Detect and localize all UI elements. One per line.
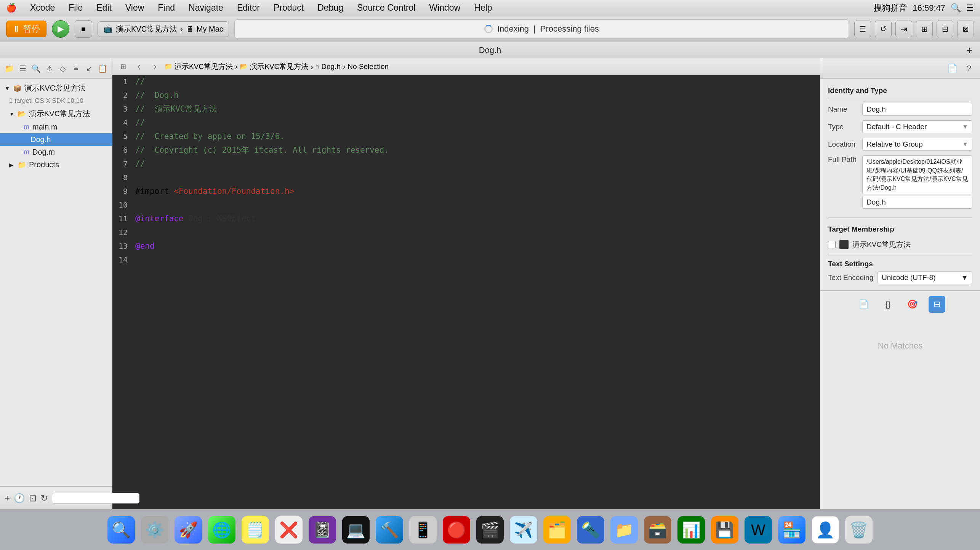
dock-item-system-prefs[interactable]: ⚙️ <box>139 516 170 544</box>
location-dropdown-arrow[interactable]: ▼ <box>962 141 968 148</box>
line-code[interactable]: // Copyright (c) 2015年 itcast. All right… <box>135 144 389 157</box>
dock-item-trash[interactable]: 🗑️ <box>844 516 874 544</box>
sidebar-thread-icon[interactable]: ≡ <box>70 61 82 76</box>
sidebar-folder-icon[interactable]: 📁 <box>4 61 15 76</box>
dock-item-word[interactable]: W <box>743 516 773 544</box>
right-panel-help-icon[interactable]: ? <box>962 61 976 76</box>
location-value[interactable]: Relative to Group ▼ <box>862 138 972 151</box>
dock-item-unfolder[interactable]: 🗂️ <box>542 516 572 544</box>
search-icon[interactable]: 🔍 <box>951 3 961 13</box>
bc-file[interactable]: Dog.h <box>321 62 341 71</box>
dock-item-safari[interactable]: 🌐 <box>207 516 237 544</box>
history-button[interactable]: 🕐 <box>14 493 25 504</box>
type-label: Type <box>828 123 862 131</box>
sidebar-warning-icon[interactable]: ⚠ <box>44 61 55 76</box>
dock-item-terminal[interactable]: 💻 <box>341 516 371 544</box>
tree-item-dog-h[interactable]: ▶ h Dog.h <box>0 133 112 146</box>
menu-editor[interactable]: Editor <box>234 1 263 14</box>
panel-icon-grid[interactable]: ⊟ <box>929 296 945 313</box>
name-value[interactable]: Dog.h <box>862 103 972 116</box>
menu-help[interactable]: Help <box>471 1 495 14</box>
line-code[interactable]: // Created by apple on 15/3/6. <box>135 130 285 144</box>
dock-item-filezilla[interactable]: ✈️ <box>508 516 539 544</box>
target-checkbox[interactable] <box>828 241 836 248</box>
sidebar-breakpoint-icon[interactable]: ↙ <box>84 61 95 76</box>
tree-item-project[interactable]: ▼ 📦 演示KVC常见方法 <box>0 81 112 95</box>
dock-item-powerpoint[interactable]: 🔴 <box>441 516 472 544</box>
dock-item-dvdplayer[interactable]: 🎬 <box>475 516 505 544</box>
add-tab-button[interactable]: + <box>966 44 972 56</box>
dock-item-sqlitemanager[interactable]: 💾 <box>709 516 740 544</box>
tree-item-products[interactable]: ▶ 📁 Products <box>0 158 112 171</box>
text-encoding-value[interactable]: Unicode (UTF-8) ▼ <box>878 271 972 284</box>
menu-file[interactable]: File <box>66 1 86 14</box>
view-mode-button-5[interactable]: ⊟ <box>937 21 953 37</box>
type-dropdown-arrow[interactable]: ▼ <box>962 123 968 130</box>
line-code[interactable]: @interface Dog : NSObject <box>135 212 256 226</box>
dock-item-contacts[interactable]: 👤 <box>810 516 841 544</box>
filter-button[interactable]: ⊡ <box>29 493 37 504</box>
menu-product[interactable]: Product <box>271 1 307 14</box>
editor-split-icon[interactable]: ⊞ <box>116 60 130 74</box>
menu-navigate[interactable]: Navigate <box>186 1 226 14</box>
dock-item-onenote[interactable]: 📓 <box>307 516 338 544</box>
dock-item-stickies[interactable]: 🗒️ <box>240 516 271 544</box>
view-mode-button-3[interactable]: ⇥ <box>895 21 912 37</box>
tree-item-dog-m[interactable]: ▶ m Dog.m <box>0 146 112 158</box>
panel-icon-target[interactable]: 🎯 <box>904 296 921 313</box>
panel-icon-code[interactable]: {} <box>880 296 897 313</box>
line-code[interactable]: // <box>135 116 145 130</box>
dock-item-reveal[interactable]: 🔦 <box>575 516 606 544</box>
bc-selection[interactable]: No Selection <box>347 62 389 71</box>
run-button[interactable]: ▶ <box>52 20 69 38</box>
menu-debug[interactable]: Debug <box>314 1 346 14</box>
sidebar-git-icon[interactable]: ◇ <box>57 61 68 76</box>
menu-find[interactable]: Find <box>155 1 178 14</box>
line-code[interactable]: #import <Foundation/Foundation.h> <box>135 185 294 198</box>
dock-item-files[interactable]: 📁 <box>609 516 639 544</box>
view-mode-button-6[interactable]: ⊠ <box>957 21 974 37</box>
sidebar-report-icon[interactable]: 📋 <box>97 61 108 76</box>
menu-source-control[interactable]: Source Control <box>354 1 418 14</box>
nav-forward-button[interactable]: › <box>148 60 162 74</box>
sidebar-symbol-icon[interactable]: ☰ <box>17 61 28 76</box>
pause-button[interactable]: ⏸ 暂停 <box>6 21 46 37</box>
add-file-button[interactable]: + <box>5 493 10 504</box>
dock-item-crossover[interactable]: ❌ <box>274 516 304 544</box>
dock-item-xcode[interactable]: 🔨 <box>374 516 405 544</box>
menu-edit[interactable]: Edit <box>93 1 115 14</box>
code-editor[interactable]: 1//2// Dog.h3// 演示KVC常见方法4//5// Created … <box>112 75 820 509</box>
panel-icon-file[interactable]: 📄 <box>855 296 872 313</box>
dock-item-archive[interactable]: 🗃️ <box>642 516 673 544</box>
dock-item-excel[interactable]: 📊 <box>676 516 706 544</box>
line-code[interactable]: // Dog.h <box>135 89 179 102</box>
list-icon[interactable]: ☰ <box>966 3 974 13</box>
view-mode-button-4[interactable]: ⊞ <box>916 21 933 37</box>
bc-folder1[interactable]: 演示KVC常见方法 <box>175 62 233 72</box>
line-code[interactable]: // <box>135 75 145 89</box>
sidebar-search-icon[interactable]: 🔍 <box>30 61 42 76</box>
encoding-dropdown-arrow[interactable]: ▼ <box>961 273 968 282</box>
menu-view[interactable]: View <box>122 1 147 14</box>
apple-menu[interactable]: 🍎 <box>6 3 16 13</box>
menu-xcode[interactable]: Xcode <box>27 1 58 14</box>
type-value[interactable]: Default - C Header ▼ <box>862 120 972 133</box>
dock-item-finder[interactable]: 🔍 <box>106 516 136 544</box>
stop-button[interactable]: ■ <box>75 20 92 38</box>
refresh-button[interactable]: ↻ <box>40 493 48 504</box>
view-mode-button-2[interactable]: ↺ <box>875 21 892 37</box>
line-code[interactable]: @end <box>135 240 155 253</box>
dock-item-appstore[interactable]: 🏪 <box>777 516 807 544</box>
view-mode-button-1[interactable]: ☰ <box>854 21 871 37</box>
dock-item-launchpad[interactable]: 🚀 <box>173 516 203 544</box>
right-panel-file-icon[interactable]: 📄 <box>945 61 959 76</box>
dock-item-iphone-config[interactable]: 📱 <box>408 516 438 544</box>
line-code[interactable]: // 演示KVC常见方法 <box>135 102 217 116</box>
nav-back-button[interactable]: ‹ <box>132 60 146 74</box>
tree-item-group[interactable]: ▼ 📂 演示KVC常见方法 <box>0 107 112 121</box>
bc-folder2[interactable]: 演示KVC常见方法 <box>250 62 308 72</box>
menu-window[interactable]: Window <box>426 1 463 14</box>
tree-item-main-m[interactable]: ▶ m main.m <box>0 121 112 133</box>
scheme-selector[interactable]: 📺 演示KVC常见方法 › 🖥 My Mac <box>98 21 229 37</box>
line-code[interactable]: // <box>135 157 145 171</box>
